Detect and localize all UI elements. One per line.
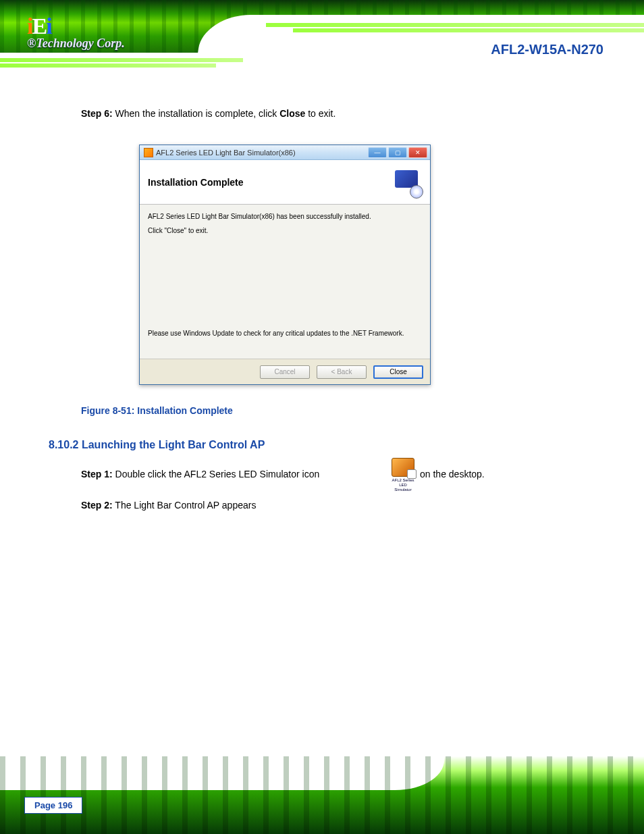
dialog-heading: Installation Complete <box>148 177 244 188</box>
step-2-label: Step 2: <box>81 500 113 511</box>
dialog-button-bar: Cancel < Back Close <box>140 359 430 384</box>
logo-tagline: ®Technology Corp. <box>27 36 125 51</box>
step-6-close-word: Close <box>279 108 305 119</box>
logo-mark: iEi <box>27 16 125 36</box>
step-1-text: Double click the AFL2 Series LED Simulat… <box>115 469 320 479</box>
pcb-trace-decor <box>0 756 644 834</box>
msi-installer-icon <box>144 148 153 157</box>
page-header-graphic: iEi ®Technology Corp. <box>0 0 644 76</box>
step-6: Step 6: When the installation is complet… <box>81 108 336 119</box>
step-1: Step 1: Double click the AFL2 Series LED… <box>81 469 319 479</box>
step-1-label: Step 1: <box>81 469 113 479</box>
dialog-line-1: AFL2 Series LED Light Bar Simulator(x86)… <box>148 213 422 220</box>
maximize-button[interactable]: ▢ <box>388 147 407 158</box>
step-6-label: Step 6: <box>81 108 113 119</box>
stripe-decor <box>266 23 644 27</box>
step-2-text: The Light Bar Control AP appears <box>115 500 256 511</box>
section-heading: 8.10.2 Launching the Light Bar Control A… <box>49 439 265 451</box>
close-window-button[interactable]: ✕ <box>408 147 427 158</box>
stripe-decor <box>293 28 644 32</box>
step-2: Step 2: The Light Bar Control AP appears <box>81 500 603 511</box>
dialog-header: Installation Complete <box>140 160 430 205</box>
titlebar: AFL2 Series LED Light Bar Simulator(x86)… <box>140 145 430 160</box>
dialog-footer-note: Please use Windows Update to check for a… <box>148 330 422 337</box>
product-title: AFL2-W15A-N270 <box>491 42 603 57</box>
figure-caption: Figure 8-51: Installation Complete <box>81 405 233 416</box>
close-button[interactable]: Close <box>373 365 423 379</box>
minimize-button[interactable]: — <box>368 147 387 158</box>
window-title: AFL2 Series LED Light Bar Simulator(x86) <box>156 149 296 157</box>
installer-graphic-icon <box>385 167 422 197</box>
back-button[interactable]: < Back <box>317 365 367 379</box>
page-footer-graphic <box>0 756 644 834</box>
logo: iEi ®Technology Corp. <box>27 16 125 51</box>
installer-dialog: AFL2 Series LED Light Bar Simulator(x86)… <box>139 145 431 385</box>
dialog-body: AFL2 Series LED Light Bar Simulator(x86)… <box>140 205 430 359</box>
logo-tagline-text: Technology Corp. <box>36 36 124 50</box>
step-1-suffix: on the desktop. <box>420 469 485 479</box>
dialog-line-2: Click "Close" to exit. <box>148 227 422 234</box>
step-6-text: When the installation is complete, click <box>115 108 280 119</box>
stripe-decor <box>0 63 216 68</box>
page-number: Page 196 <box>24 797 82 814</box>
desktop-shortcut-icon: AFL2 Series LED Simulator <box>390 458 416 492</box>
afl2-shortcut-icon <box>392 458 414 477</box>
desktop-shortcut-label: AFL2 Series LED Simulator <box>390 478 416 492</box>
stripe-decor <box>0 58 243 62</box>
step-6-suffix: to exit. <box>308 108 336 119</box>
cancel-button[interactable]: Cancel <box>260 365 310 379</box>
